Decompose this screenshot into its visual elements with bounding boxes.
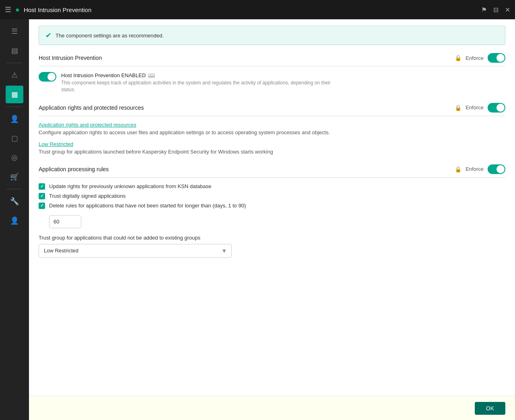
checkbox-ksn-label: Update rights for previously unknown app… bbox=[49, 183, 211, 189]
section-controls-app-rights: 🔒 Enforce bbox=[455, 103, 505, 113]
checkbox-delete[interactable] bbox=[39, 203, 45, 209]
sidebar-item-target[interactable]: ◎ bbox=[6, 149, 23, 166]
host-intrusion-title-text: Host Intrusion Prevention ENABLED bbox=[61, 72, 146, 78]
checkbox-delete-label: Delete rules for applications that have … bbox=[49, 203, 246, 209]
sidebar-item-list[interactable]: ▤ bbox=[6, 42, 23, 59]
enforce-label-1: Enforce bbox=[466, 55, 484, 61]
sidebar-item-grid[interactable]: ▦ bbox=[6, 86, 23, 103]
lock-icon-1: 🔒 bbox=[455, 55, 461, 61]
checkbox-signed-label: Trust digitally signed applications bbox=[49, 193, 126, 199]
section-header-app-processing: Application processing rules 🔒 Enforce bbox=[39, 164, 505, 178]
module-icon: ● bbox=[15, 6, 20, 14]
low-restricted-desc: Trust group for applications launched be… bbox=[39, 149, 505, 155]
recommendation-banner: ✔ The component settings are as recommen… bbox=[39, 26, 505, 45]
section-title-app-processing: Application processing rules bbox=[39, 166, 109, 172]
sidebar-item-user[interactable]: 👤 bbox=[6, 110, 23, 128]
section-header-app-rights: Application rights and protected resourc… bbox=[39, 103, 505, 116]
sidebar-item-account[interactable]: 👤 bbox=[6, 212, 23, 229]
bookmark-icon[interactable]: ⊟ bbox=[493, 6, 499, 14]
title-bar: ☰ ● Host Intrusion Prevention ⚑ ⊟ ✕ bbox=[0, 0, 515, 19]
host-intrusion-section: Host Intrusion Prevention 🔒 Enforce Host… bbox=[39, 53, 505, 93]
sidebar-divider-2 bbox=[6, 107, 23, 107]
app-processing-section: Application processing rules 🔒 Enforce U… bbox=[39, 164, 505, 258]
days-input[interactable] bbox=[49, 215, 81, 228]
sidebar-item-menu[interactable]: ☰ bbox=[6, 23, 23, 40]
content-area: ✔ The component settings are as recommen… bbox=[29, 19, 515, 420]
trust-group-dropdown-wrap: Low Restricted High Restricted Untrusted… bbox=[39, 244, 232, 258]
book-icon[interactable]: 📖 bbox=[148, 72, 155, 78]
app-rights-link-desc: Configure application rights to access u… bbox=[39, 129, 505, 135]
host-intrusion-toggle[interactable] bbox=[39, 72, 56, 82]
section-controls-host-intrusion: 🔒 Enforce bbox=[455, 53, 505, 63]
checkbox-row-1: Update rights for previously unknown app… bbox=[39, 183, 505, 190]
app-rights-link[interactable]: Application rights and protected resourc… bbox=[39, 122, 505, 128]
check-circle-icon: ✔ bbox=[45, 31, 52, 40]
menu-icon[interactable]: ☰ bbox=[5, 5, 11, 14]
checkbox-row-2: Trust digitally signed applications bbox=[39, 193, 505, 199]
section-title-app-rights: Application rights and protected resourc… bbox=[39, 104, 144, 111]
sidebar-divider-3 bbox=[6, 189, 23, 189]
banner-text: The component settings are as recommende… bbox=[56, 33, 164, 39]
sidebar-item-warning[interactable]: ⚠ bbox=[6, 66, 23, 84]
host-intrusion-feature-desc: This component keeps track of applicatio… bbox=[61, 80, 343, 93]
section-header-host-intrusion: Host Intrusion Prevention 🔒 Enforce bbox=[39, 53, 505, 66]
lock-icon-3: 🔒 bbox=[455, 166, 461, 172]
enforce-toggle-3[interactable] bbox=[488, 164, 505, 174]
enforce-label-2: Enforce bbox=[466, 104, 484, 111]
sidebar: ☰ ▤ ⚠ ▦ 👤 ▢ ◎ 🛒 🔧 👤 bbox=[0, 19, 29, 420]
enforce-toggle-2[interactable] bbox=[488, 103, 505, 113]
host-intrusion-feature-row: Host Intrusion Prevention ENABLED 📖 This… bbox=[39, 72, 505, 93]
enforce-toggle-1[interactable] bbox=[488, 53, 505, 63]
trust-group-dropdown[interactable]: Low Restricted High Restricted Untrusted… bbox=[39, 244, 232, 258]
checkbox-row-3: Delete rules for applications that have … bbox=[39, 203, 505, 209]
footer: OK bbox=[29, 396, 515, 420]
checkbox-signed[interactable] bbox=[39, 193, 45, 199]
sidebar-item-cart[interactable]: 🛒 bbox=[6, 168, 23, 186]
checkbox-ksn[interactable] bbox=[39, 183, 45, 190]
section-controls-app-processing: 🔒 Enforce bbox=[455, 164, 505, 174]
low-restricted-link[interactable]: Low Restricted bbox=[39, 141, 505, 147]
enforce-label-3: Enforce bbox=[466, 166, 484, 172]
app-rights-section: Application rights and protected resourc… bbox=[39, 103, 505, 155]
section-title-host-intrusion: Host Intrusion Prevention bbox=[39, 55, 102, 61]
app-container: ☰ ● Host Intrusion Prevention ⚑ ⊟ ✕ ☰ ▤ … bbox=[0, 0, 515, 420]
trust-group-label: Trust group for applications that could … bbox=[39, 235, 505, 241]
close-icon[interactable]: ✕ bbox=[505, 6, 510, 14]
flag-icon[interactable]: ⚑ bbox=[481, 6, 487, 14]
scroll-area: ✔ The component settings are as recommen… bbox=[29, 19, 515, 396]
ok-button[interactable]: OK bbox=[475, 402, 505, 415]
main-layout: ☰ ▤ ⚠ ▦ 👤 ▢ ◎ 🛒 🔧 👤 ✔ The component sett… bbox=[0, 19, 515, 420]
sidebar-item-tools[interactable]: 🔧 bbox=[6, 193, 23, 210]
window-title: Host Intrusion Prevention bbox=[24, 6, 477, 13]
host-intrusion-feature-title: Host Intrusion Prevention ENABLED 📖 bbox=[61, 72, 505, 78]
sidebar-item-box[interactable]: ▢ bbox=[6, 129, 23, 147]
sidebar-divider bbox=[6, 63, 23, 63]
title-bar-actions: ⚑ ⊟ ✕ bbox=[481, 6, 510, 14]
host-intrusion-feature-text: Host Intrusion Prevention ENABLED 📖 This… bbox=[61, 72, 505, 93]
lock-icon-2: 🔒 bbox=[455, 104, 461, 111]
